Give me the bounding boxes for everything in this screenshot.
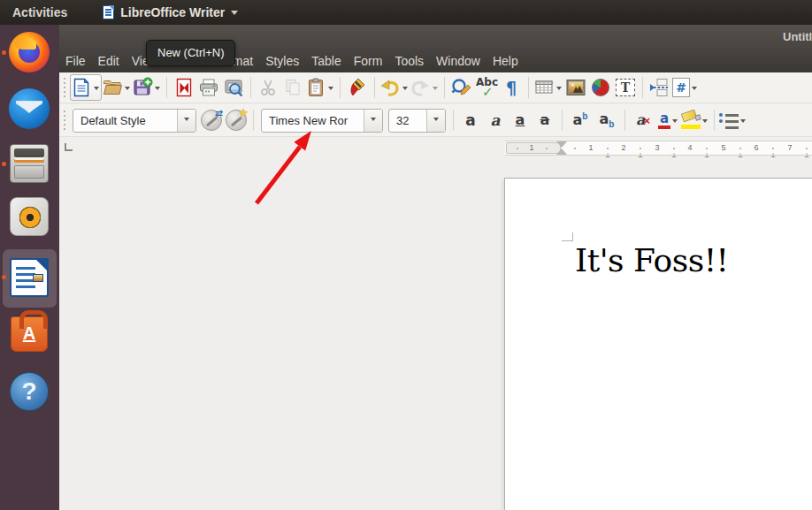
font-size-value[interactable]: 32 <box>389 110 426 132</box>
font-color-icon: a <box>658 112 670 129</box>
running-indicator-firefox <box>2 50 6 55</box>
font-name-combobox[interactable]: Times New Ror <box>261 109 383 133</box>
insert-field-dropdown-arrow[interactable] <box>692 87 697 93</box>
print-button[interactable] <box>196 74 221 101</box>
spelling-icon: Abc ✓ <box>475 76 498 99</box>
menu-form[interactable]: Form <box>354 54 383 68</box>
cut-button[interactable] <box>256 74 280 101</box>
superscript-icon: ab <box>573 111 588 128</box>
menu-styles[interactable]: Styles <box>265 54 299 68</box>
font-size-combobox[interactable]: 32 <box>388 109 446 133</box>
highlighting-dropdown-arrow[interactable] <box>702 119 708 126</box>
insert-chart-button[interactable] <box>588 74 613 101</box>
window-title: Untitled <box>783 30 812 43</box>
rhythmbox-icon <box>10 197 49 236</box>
find-replace-button[interactable] <box>449 74 474 101</box>
bullet-list-dropdown-arrow[interactable] <box>740 119 746 126</box>
print-preview-button[interactable] <box>221 74 246 101</box>
subscript-button[interactable]: ab <box>594 107 620 133</box>
paragraph-style-value[interactable]: Default Style <box>73 110 177 132</box>
redo-dropdown-arrow[interactable] <box>433 87 438 93</box>
dock-item-thunderbird[interactable] <box>9 88 50 129</box>
underline-icon: a <box>516 113 525 127</box>
libreoffice-window: Untitled File Edit View Insert Format St… <box>59 25 812 510</box>
bullet-list-icon <box>719 112 739 128</box>
undo-button[interactable] <box>379 74 410 101</box>
menu-file[interactable]: File <box>65 54 86 68</box>
dock-item-help[interactable]: ? <box>9 371 50 412</box>
spelling-button[interactable]: Abc ✓ <box>474 74 499 101</box>
writer-document-icon <box>103 5 114 19</box>
standard-toolbar: Abc ✓ ¶ <box>59 72 812 103</box>
clear-formatting-button[interactable]: a× <box>630 107 656 133</box>
new-style-button[interactable]: ★ <box>224 107 249 133</box>
activities-button[interactable]: Activities <box>12 5 67 19</box>
paste-button[interactable] <box>305 74 335 101</box>
new-dropdown-arrow[interactable] <box>94 87 99 93</box>
underline-button[interactable]: a <box>508 107 532 133</box>
new-button[interactable] <box>70 74 102 101</box>
font-size-dropdown[interactable] <box>426 110 445 132</box>
paragraph-style-combobox[interactable]: Default Style <box>73 109 196 133</box>
thunderbird-icon <box>9 88 50 129</box>
toolbar-separator <box>562 110 563 131</box>
font-color-button[interactable]: a <box>656 107 681 133</box>
insert-table-button[interactable] <box>533 74 563 101</box>
tab-stop-selector[interactable] <box>65 143 73 151</box>
paste-dropdown-arrow[interactable] <box>328 87 333 93</box>
insert-page-break-button[interactable] <box>647 74 672 101</box>
menu-window[interactable]: Window <box>436 54 480 68</box>
document-page[interactable]: It's Foss!! <box>504 178 812 510</box>
dock-item-files[interactable] <box>9 143 50 184</box>
font-name-value[interactable]: Times New Ror <box>262 110 364 132</box>
open-button[interactable] <box>102 74 132 101</box>
running-indicator-writer <box>2 275 6 279</box>
menu-tools[interactable]: Tools <box>395 54 424 68</box>
redo-icon <box>410 78 431 97</box>
italic-button[interactable]: a <box>483 107 508 133</box>
document-text[interactable]: It's Foss!! <box>575 242 729 278</box>
highlighting-button[interactable] <box>681 107 709 133</box>
toolbar-separator <box>444 77 445 98</box>
toolbar-separator <box>714 110 715 131</box>
font-color-dropdown-arrow[interactable] <box>672 119 678 126</box>
bullet-list-button[interactable] <box>719 107 747 133</box>
undo-dropdown-arrow[interactable] <box>402 87 408 93</box>
open-dropdown-arrow[interactable] <box>125 87 130 93</box>
ruler-number: 6 <box>754 143 758 152</box>
redo-button[interactable] <box>410 74 440 101</box>
update-style-button[interactable]: ⇄ <box>199 107 224 133</box>
save-button[interactable] <box>132 74 162 101</box>
app-indicator-menu[interactable]: LibreOffice Writer <box>103 5 238 19</box>
horizontal-ruler[interactable]: 1 1 2 3 4 5 6 7 ⊥ ⊥ ⊥ <box>505 141 812 156</box>
insert-textbox-button[interactable]: T <box>613 74 638 101</box>
export-pdf-button[interactable] <box>172 74 196 101</box>
superscript-button[interactable]: ab <box>567 107 594 133</box>
insert-image-button[interactable] <box>563 74 588 101</box>
bold-button[interactable]: a <box>458 107 483 133</box>
menu-edit[interactable]: Edit <box>98 54 119 68</box>
menu-table[interactable]: Table <box>311 54 341 68</box>
menu-help[interactable]: Help <box>493 54 518 68</box>
dock-item-libreoffice-writer[interactable] <box>9 257 50 298</box>
clone-formatting-button[interactable] <box>345 74 370 101</box>
dock-item-rhythmbox[interactable] <box>9 196 50 237</box>
ruler-number: 7 <box>787 143 792 152</box>
font-name-dropdown[interactable] <box>364 110 382 132</box>
dock-item-ubuntu-software[interactable]: A <box>9 315 50 355</box>
software-a-glyph: A <box>11 324 48 344</box>
new-style-icon: ★ <box>226 110 247 131</box>
copy-button[interactable] <box>280 74 305 101</box>
image-icon <box>564 77 587 98</box>
formatting-marks-button[interactable]: ¶ <box>499 74 524 101</box>
ubuntu-software-icon: A <box>11 316 48 352</box>
paragraph-style-dropdown[interactable] <box>177 110 195 132</box>
insert-field-button[interactable]: # <box>672 74 699 101</box>
toolbar-grip[interactable] <box>62 110 68 130</box>
strikethrough-icon: a <box>540 113 550 127</box>
insert-table-dropdown-arrow[interactable] <box>556 87 562 93</box>
strikethrough-button[interactable]: a <box>532 107 557 133</box>
toolbar-grip[interactable] <box>62 78 68 97</box>
dock-item-firefox[interactable] <box>9 32 50 72</box>
save-dropdown-arrow[interactable] <box>155 87 160 93</box>
